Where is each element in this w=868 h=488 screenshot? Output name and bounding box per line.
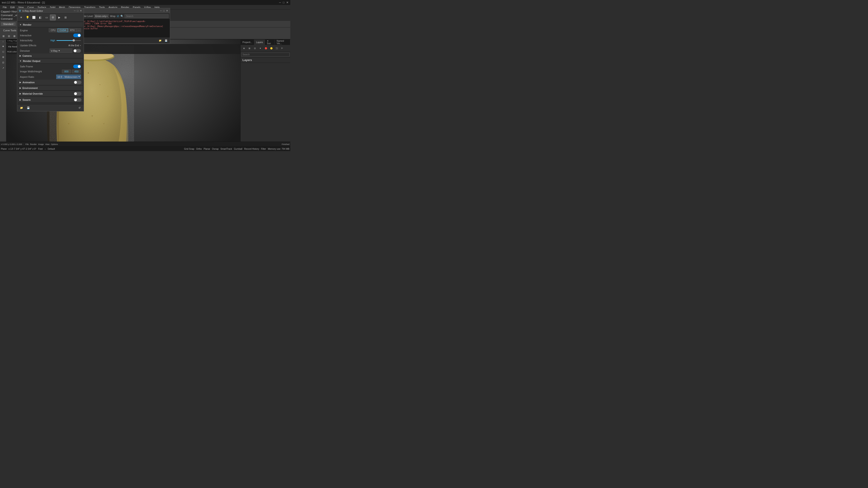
vray-ae-close[interactable]: ✕ — [80, 9, 82, 12]
image-width-input[interactable]: 800 — [62, 70, 71, 73]
vray-icon-grid[interactable]: ⊞ — [63, 14, 68, 21]
left-btn-2[interactable]: ◻ — [1, 49, 6, 54]
status-grid-snap[interactable]: Grid Snap — [184, 148, 194, 150]
material-override-section-header[interactable]: ▶ Material Override — [18, 91, 83, 97]
layer-icon-3[interactable]: ⊡ — [252, 46, 257, 51]
tab-named-view[interactable]: Named Vie... — [275, 39, 290, 45]
menu-edit[interactable]: Edit — [9, 5, 17, 9]
interactivity-slider[interactable] — [57, 40, 81, 41]
layers-search-input[interactable] — [241, 53, 290, 57]
image-height-input[interactable]: 450 — [72, 70, 81, 73]
swarm-section-header[interactable]: ▶ Swarm — [18, 97, 83, 103]
maximize-button[interactable]: □ — [283, 1, 284, 4]
vray-footer-open-icon[interactable]: 📁 — [19, 105, 24, 110]
layer-icon-5[interactable]: 🔴 — [263, 46, 268, 51]
wrap-checkbox[interactable]: ☑ — [117, 15, 119, 18]
tab-standard[interactable]: Standard — [1, 22, 16, 26]
layer-icon-6[interactable]: 🟡 — [269, 46, 274, 51]
vray-icon-box[interactable]: ⬜ — [31, 14, 37, 21]
left-btn-4[interactable]: ⊡ — [1, 60, 6, 65]
render-output-section-header[interactable]: ▼ Render Output — [18, 59, 83, 63]
engine-rtx[interactable]: RTX — [68, 28, 77, 32]
menu-file[interactable]: File — [1, 5, 9, 9]
log-save-btn[interactable]: 💾 — [163, 38, 168, 43]
layer-icon-2[interactable]: ⊞ — [247, 46, 252, 51]
material-override-toggle[interactable] — [74, 92, 82, 95]
layers-title: Layers — [243, 58, 252, 62]
filter-level-dropdown[interactable]: Errors only ▾ — [94, 14, 108, 18]
layer-icon-8[interactable]: 🏳 — [280, 46, 285, 51]
fb-file[interactable]: File — [7, 44, 12, 49]
engine-cpu[interactable]: CPU — [49, 28, 58, 32]
status-planar[interactable]: Planar — [204, 148, 210, 150]
layers-search-container — [241, 52, 290, 57]
sub-btn-3[interactable]: ⊠ — [12, 34, 17, 39]
svg-point-14 — [68, 123, 69, 124]
vray-icon-rect[interactable]: ▭ — [43, 14, 50, 21]
vray-icon-sun[interactable]: ☀ — [18, 14, 24, 21]
vray-log-restore[interactable]: □ — [163, 9, 165, 12]
animation-section-header[interactable]: ▶ Animation — [18, 80, 83, 85]
vray-icon-light[interactable]: 💡 — [25, 14, 30, 21]
minimize-button[interactable]: ─ — [279, 1, 281, 4]
vray-log-close[interactable]: ✕ — [166, 9, 168, 12]
tab-layers[interactable]: Layers — [254, 39, 265, 45]
left-btn-3[interactable]: ⊞ — [1, 55, 6, 59]
vray-icon-scene[interactable]: ▶ — [56, 14, 62, 21]
sub-btn-1[interactable]: ⊞ — [1, 34, 6, 39]
interactive-toggle[interactable] — [73, 34, 81, 37]
vray-ae-minimize[interactable]: ─ — [74, 9, 76, 12]
vray-footer-save-icon[interactable]: 💾 — [26, 105, 31, 110]
slider-thumb[interactable] — [72, 39, 75, 41]
fb-status-coords: x 0.000 y 0.000 z 0.000 — [1, 143, 22, 146]
fb-menu-image[interactable]: Image — [38, 143, 44, 146]
sub-btn-2[interactable]: ⊟ — [6, 34, 11, 39]
animation-toggle[interactable] — [74, 81, 82, 84]
safe-frame-toggle[interactable] — [73, 65, 81, 68]
close-button[interactable]: ✕ — [286, 1, 288, 4]
title-bar-controls: ─ □ ✕ — [279, 1, 288, 4]
camera-section-header[interactable]: ▶ Camera — [18, 54, 83, 58]
main-status-bar: Plane x 13'-7 3/4" y 47'-2 3/4" z 0° Fee… — [0, 147, 290, 151]
engine-cuda[interactable]: CUDA — [58, 28, 68, 32]
fb-menu-render[interactable]: Render — [30, 143, 37, 146]
camera-section-label: Camera — [23, 55, 32, 57]
vray-icon-layers[interactable]: ◧ — [37, 14, 43, 21]
swarm-toggle[interactable] — [74, 98, 82, 102]
vray-footer-reset-icon[interactable]: ↺ — [77, 105, 82, 110]
layer-icon-7[interactable]: ⬛ — [274, 46, 279, 51]
status-osnap[interactable]: Osnap — [212, 148, 219, 150]
tab-properties[interactable]: Properti... — [241, 39, 254, 45]
errors-only-label: Errors only — [95, 15, 106, 18]
tab-curve-tools[interactable]: Curve Tools — [1, 29, 19, 32]
layer-icon-4[interactable]: ✦ — [258, 46, 263, 51]
layer-icon-1[interactable]: ⊕ — [242, 46, 247, 51]
status-record-history[interactable]: Record History — [244, 148, 259, 150]
tab-sun[interactable]: ☀ Sun — [265, 39, 275, 45]
log-open-btn[interactable]: 📁 — [158, 38, 163, 43]
denoiser-toggle[interactable] — [73, 49, 81, 53]
log-search-input[interactable] — [125, 14, 168, 18]
left-btn-1[interactable]: ◈ — [1, 43, 6, 49]
status-smarttrack[interactable]: SmartTrack — [220, 148, 232, 150]
layers-title-row: Layers — [241, 57, 290, 63]
log-save-buttons: 📁 💾 — [158, 38, 168, 43]
vray-log-minimize[interactable]: ─ — [160, 9, 162, 12]
denoiser-dropdown[interactable]: V-Ray ▾ — [50, 49, 72, 53]
left-btn-5[interactable]: ↗ — [1, 65, 6, 70]
fb-menu-options[interactable]: Options — [51, 143, 58, 146]
render-section-header[interactable]: ▼ Render — [18, 23, 83, 27]
vray-icon-bar: ☀ 💡 ⬜ ◧ ▭ ⚙ ▶ ⊞ — [17, 13, 84, 22]
fb-menu-view[interactable]: View — [45, 143, 50, 146]
engine-more[interactable]: ⋯ — [77, 28, 81, 32]
fb-menu-file[interactable]: File — [25, 143, 29, 146]
status-filter[interactable]: Filter — [261, 148, 266, 150]
vray-icon-settings[interactable]: ⚙ — [50, 14, 56, 21]
vray-ae-restore[interactable]: □ — [77, 9, 79, 12]
image-size-label: Image Width/Height — [20, 70, 62, 73]
svg-point-15 — [84, 139, 85, 140]
aspect-ratio-dropdown[interactable]: 16:9 - Widescreen ▾ — [56, 74, 81, 79]
status-gumball[interactable]: Gumball — [234, 148, 242, 150]
environment-section-header[interactable]: ▶ Environment — [18, 86, 83, 91]
status-ortho[interactable]: Ortho — [196, 148, 202, 150]
